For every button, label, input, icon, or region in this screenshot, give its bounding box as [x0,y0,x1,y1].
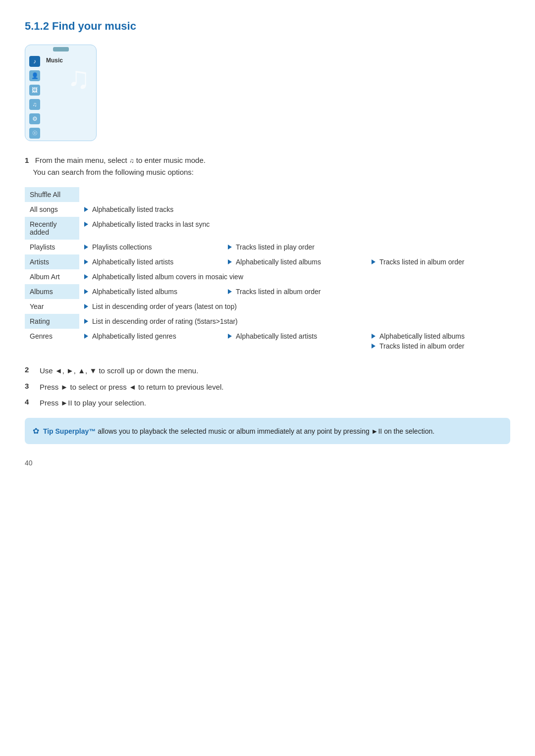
device-icon-user: 👤 [29,70,40,81]
row-content-shuffle [79,187,223,202]
music-icon-inline: ♫ [129,156,134,166]
row-col-year-1: List in descending order of years (lates… [79,299,510,314]
table-row: Genres Alphabetically listed genres Alph… [25,329,510,353]
genres-col3-text: Alphabetically listed albums [379,332,465,340]
arrow-icon [372,334,375,339]
arrow-icon [372,259,375,264]
device-screen: ♪ 👤 🖼 ♫ ⚙ ☉ Music ♫ [25,45,97,141]
genres-col2-text: Alphabetically listed artists [236,332,317,340]
row-content-shuffle-2 [223,187,367,202]
step4-number: 4 [25,398,35,406]
arrow-icon [84,259,88,264]
section-title: 5.1.2 Find your music [25,20,510,33]
step1-number: 1 [25,156,29,164]
row-col-genres-1: Alphabetically listed genres [79,329,223,353]
step1-text-before: From the main menu, select [35,156,127,164]
row-label-genres: Genres [25,329,79,353]
arrow-icon [372,344,375,349]
arrow-icon [228,334,232,339]
arrow-icon [84,289,88,294]
row-col-albums-1: Alphabetically listed albums [79,284,223,299]
step1-line2: You can search from the following music … [33,168,194,176]
row-label-rating: Rating [25,314,79,329]
row-col-allsongs-2 [223,202,367,217]
device-illustration: ♪ 👤 🖼 ♫ ⚙ ☉ Music ♫ [25,45,104,144]
step4-row: 4 Press ►II to play your selection. [25,398,510,409]
artists-col2-text: Alphabetically listed albums [236,258,321,266]
arrow-icon [228,245,232,250]
table-row: Year List in descending order of years (… [25,299,510,314]
device-section: ♪ 👤 🖼 ♫ ⚙ ☉ Music ♫ [25,45,510,144]
device-music-label: Music [46,57,63,64]
artists-col3-text: Tracks listed in album order [379,258,464,266]
page-number: 40 [25,459,510,467]
playlists-col1-text: Playlists collections [92,243,152,251]
step2-row: 2 Use ◄, ►, ▲, ▼ to scroll up or down th… [25,365,510,377]
tip-text: allows you to playback the selected musi… [98,427,434,435]
row-label-playlists: Playlists [25,240,79,254]
table-row: Artists Alphabetically listed artists Al… [25,254,510,269]
step2-text: Use ◄, ►, ▲, ▼ to scroll up or down the … [40,365,198,377]
table-row: Shuffle All [25,187,510,202]
table-row: Rating List in descending order of ratin… [25,314,510,329]
arrow-icon [228,289,232,294]
step4-text: Press ►II to play your selection. [40,398,146,409]
music-options-table: Shuffle All All songs Alphabetically lis… [25,187,510,353]
device-icon-image: 🖼 [29,85,40,96]
row-col-albums-3 [367,284,510,299]
table-row: Recentlyadded Alphabetically listed trac… [25,217,510,240]
row-label-shuffle: Shuffle All [25,187,79,202]
row-col-albumart-1: Alphabetically listed album covers in mo… [79,269,510,284]
device-icon-settings: ⚙ [29,113,40,124]
arrow-icon [84,334,88,339]
albums-col2-text: Tracks listed in album order [236,288,321,296]
device-icon-note: ♫ [29,99,40,110]
row-label-year: Year [25,299,79,314]
playlists-col2-text: Tracks listed in play order [236,243,315,251]
device-big-music-note: ♫ [67,60,91,95]
tip-box: ✿ Tip Superplay™ allows you to playback … [25,418,510,445]
arrow-icon [84,274,88,279]
row-col-artists-1: Alphabetically listed artists [79,254,223,269]
arrow-icon [84,222,88,227]
step1-intro: 1 From the main menu, select ♫ to enter … [25,154,510,178]
device-icon-list: ♪ 👤 🖼 ♫ ⚙ ☉ [29,56,40,139]
rating-col1-text: List in descending order of rating (5sta… [92,317,238,325]
row-label-artists: Artists [25,254,79,269]
device-top-connector [53,47,69,51]
row-col-playlists-1: Playlists collections [79,240,223,254]
albumart-col1-text: Alphabetically listed album covers in mo… [92,273,243,281]
row-col-playlists-3 [367,240,510,254]
row-col-artists-2: Alphabetically listed albums [223,254,367,269]
tip-icon: ✿ [33,427,39,435]
arrow-icon [84,245,88,250]
row-label-albums: Albums [25,284,79,299]
step1-text-after: to enter music mode. [136,156,206,164]
row-col-albums-2: Tracks listed in album order [223,284,367,299]
row-col-genres-3: Alphabetically listed albums Tracks list… [367,329,510,353]
step3-row: 3 Press ► to select or press ◄ to return… [25,382,510,393]
row-content-shuffle-3 [367,187,510,202]
arrow-icon [84,319,88,324]
row-label-recently: Recentlyadded [25,217,79,240]
recently-col1-text: Alphabetically listed tracks in last syn… [92,220,210,228]
step3-number: 3 [25,382,35,390]
row-col-rating-1: List in descending order of rating (5sta… [79,314,510,329]
allsongs-col1-text: Alphabetically listed tracks [92,205,173,213]
genres-col1-text: Alphabetically listed genres [92,332,176,340]
row-col-genres-2: Alphabetically listed artists [223,329,367,353]
device-icon-music: ♪ [29,56,40,67]
table-row: All songs Alphabetically listed tracks [25,202,510,217]
table-row: Album Art Alphabetically listed album co… [25,269,510,284]
row-col-artists-3: Tracks listed in album order [367,254,510,269]
row-col-playlists-2: Tracks listed in play order [223,240,367,254]
table-row: Albums Alphabetically listed albums Trac… [25,284,510,299]
artists-col1-text: Alphabetically listed artists [92,258,173,266]
arrow-icon [84,304,88,309]
genres-col4-text: Tracks listed in album order [379,342,464,350]
tip-label: Tip Superplay™ [43,427,96,435]
albums-col1-text: Alphabetically listed albums [92,288,177,296]
year-col1-text: List in descending order of years (lates… [92,302,237,310]
row-label-allsongs: All songs [25,202,79,217]
steps-list: 2 Use ◄, ►, ▲, ▼ to scroll up or down th… [25,365,510,409]
